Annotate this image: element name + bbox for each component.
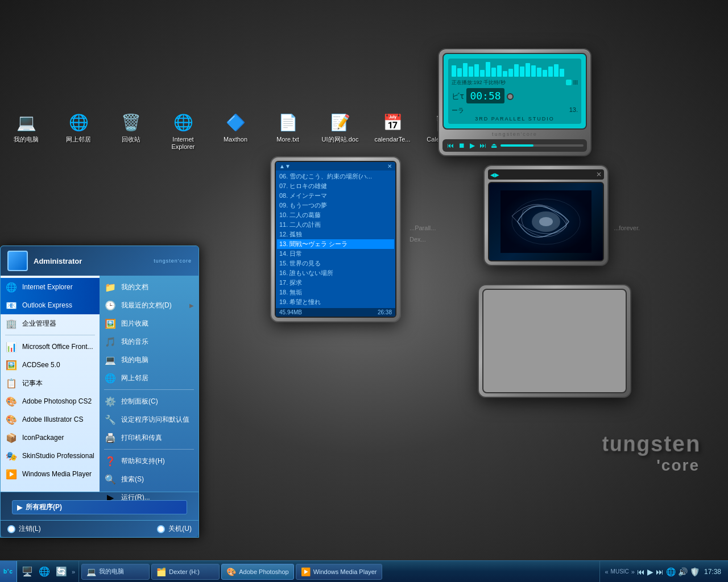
media-player-widget[interactable]: 正在播放:192 千比特/秒 III ビτ 00:58 ーラ 13. bbox=[438, 48, 592, 156]
play-btn[interactable]: ▶ bbox=[469, 141, 476, 150]
playlist-item[interactable]: 11. 二人の計画 bbox=[277, 220, 394, 230]
menu-divider bbox=[5, 335, 95, 335]
taskbar-items: 💻 我的电脑 🗂️ Dexter (H:) 🎨 Adobe Photoshop … bbox=[79, 561, 599, 582]
taskbar: b'c 🖥️ 🌐 🔄 » 💻 我的电脑 🗂️ Dexter (H:) 🎨 Ado… bbox=[0, 560, 728, 582]
playlist-item[interactable]: 17. 探求 bbox=[277, 278, 394, 288]
shutdown-btn[interactable]: 关机(U) bbox=[157, 524, 192, 534]
media-control-play[interactable]: ▶ bbox=[647, 567, 653, 576]
right-menu-icon-control-panel: ⚙️ bbox=[104, 395, 117, 408]
taskbar-item-wmp-tb[interactable]: ▶️ Windows Media Player bbox=[296, 564, 382, 580]
start-menu-right-item-printers[interactable]: 🖨️ 打印机和传真 bbox=[100, 429, 198, 447]
icon-label-more-txt: More.txt bbox=[276, 136, 299, 143]
start-menu-right-item-pictures[interactable]: 🖼️ 图片收藏 bbox=[100, 314, 198, 332]
start-menu-item-skinstudio[interactable]: 🎭 SkinStudio Professional bbox=[1, 447, 100, 465]
playlist-item[interactable]: 16. 誰もいない場所 bbox=[277, 268, 394, 278]
start-menu-right-item-music[interactable]: 🎵 我的音乐 bbox=[100, 332, 198, 351]
start-menu-right-item-help[interactable]: ❓ 帮助和支持(H) bbox=[100, 452, 198, 470]
desktop-icon-network[interactable]: 🌐 网上邻居 bbox=[58, 111, 99, 143]
icon-img-network: 🌐 bbox=[67, 111, 90, 134]
bg-text-forever: ...forever. bbox=[614, 225, 640, 231]
playlist-item[interactable]: 06. 雪のむこう、約束の場所(ハ... bbox=[277, 172, 394, 181]
menu-label-iconpackager: IconPackager bbox=[22, 434, 64, 442]
right-menu-divider bbox=[104, 389, 194, 390]
desktop-icon-more-txt[interactable]: 📄 More.txt bbox=[267, 111, 308, 143]
playlist-widget[interactable]: ▲▼ ✕ 06. 雪のむこう、約束の場所(ハ...07. ヒロキの雄健08. メ… bbox=[270, 156, 401, 322]
playlist-item[interactable]: 13. 聞戦〜ヴェラ シーラ bbox=[277, 239, 394, 249]
playlist-item[interactable]: 14. 日常 bbox=[277, 249, 394, 259]
progress-track[interactable] bbox=[500, 144, 584, 147]
desktop-icon-calendar-te[interactable]: 📅 calendarTe... bbox=[372, 111, 413, 143]
icon-label-ui-doc: UI的网站.doc bbox=[322, 136, 359, 143]
right-menu-label-recent-docs: 我最近的文档(D) bbox=[121, 301, 172, 309]
show-desktop-btn[interactable]: 🖥️ bbox=[19, 564, 35, 580]
video-screen bbox=[488, 182, 604, 261]
quick-media-btn[interactable]: 🔄 bbox=[53, 564, 69, 580]
playlist-item[interactable]: 19. 希望と憧れ bbox=[277, 297, 394, 307]
right-menu-icon-set-access: 🔧 bbox=[104, 413, 117, 426]
bg-text-parallel: ...Parall... bbox=[410, 225, 436, 231]
taskbar-item-icon-wmp-tb: ▶️ bbox=[301, 567, 311, 576]
playlist-item[interactable]: 10. 二人の葛藤 bbox=[277, 210, 394, 220]
desktop-icon-ui-doc[interactable]: 📝 UI的网站.doc bbox=[320, 111, 361, 143]
next-btn[interactable]: ⏭ bbox=[478, 141, 487, 150]
taskbar-item-icon-photoshop-tb: 🎨 bbox=[226, 567, 236, 576]
start-menu-item-illustrator[interactable]: 🎨 Adobe Illustrator CS bbox=[1, 410, 100, 429]
playlist-item[interactable]: 07. ヒロキの雄健 bbox=[277, 181, 394, 191]
playlist-item[interactable]: 09. もう一つの夢 bbox=[277, 201, 394, 210]
media-control-next[interactable]: ⏭ bbox=[656, 567, 664, 576]
desktop-icon-recycle[interactable]: 🗑️ 回收站 bbox=[110, 111, 151, 143]
taskbar-item-dexter-tb[interactable]: 🗂️ Dexter (H:) bbox=[151, 564, 220, 580]
media-control-prev[interactable]: ⏮ bbox=[637, 567, 645, 576]
prev-btn[interactable]: ⏮ bbox=[446, 141, 455, 150]
quick-ie-btn[interactable]: 🌐 bbox=[36, 564, 52, 580]
start-menu-item-media-player[interactable]: ▶️ Windows Media Player bbox=[1, 465, 100, 483]
start-menu-right-item-recent-docs[interactable]: 🕒 我最近的文档(D) ▶ bbox=[100, 296, 198, 314]
playlist-item[interactable]: 15. 世界の見る bbox=[277, 259, 394, 268]
tray-shield[interactable]: 🛡️ bbox=[690, 567, 700, 576]
start-menu-item-biz-mgr[interactable]: 🏢 企业管理器 bbox=[1, 314, 100, 332]
start-menu-right-item-computer[interactable]: 💻 我的电脑 bbox=[100, 351, 198, 369]
desktop-icon-my-computer[interactable]: 💻 我的电脑 bbox=[6, 111, 47, 143]
start-button[interactable]: b'c bbox=[0, 561, 17, 582]
playlist-item[interactable]: 12. 孤独 bbox=[277, 230, 394, 239]
taskbar-item-my-computer-tb[interactable]: 💻 我的电脑 bbox=[81, 564, 150, 580]
start-menu-right-item-set-access[interactable]: 🔧 设定程序访问和默认值 bbox=[100, 410, 198, 429]
start-logo: b'c bbox=[3, 568, 13, 575]
system-clock: 17:38 bbox=[702, 568, 723, 576]
start-menu-item-iconpackager[interactable]: 📦 IconPackager bbox=[1, 429, 100, 447]
start-menu-right-item-network-nbr[interactable]: 🌐 网上邻居 bbox=[100, 369, 198, 387]
desktop-icon-ie[interactable]: 🌐 Internet Explorer bbox=[163, 111, 204, 151]
taskbar-item-icon-my-computer-tb: 💻 bbox=[86, 567, 96, 576]
menu-label-illustrator: Adobe Illustrator CS bbox=[22, 415, 83, 423]
svg-point-3 bbox=[539, 217, 553, 226]
video-placeholder bbox=[489, 183, 603, 260]
start-menu-right-item-control-panel[interactable]: ⚙️ 控制面板(C) bbox=[100, 392, 198, 410]
shutdown-label: 关机(U) bbox=[168, 524, 192, 534]
menu-label-acdsee: ACDSee 5.0 bbox=[22, 361, 60, 369]
eject-btn[interactable]: ⏏ bbox=[490, 141, 498, 150]
start-menu-item-acdsee[interactable]: 🖼️ ACDSee 5.0 bbox=[1, 356, 100, 374]
playlist-item[interactable]: 08. メインテーマ bbox=[277, 191, 394, 201]
start-menu-item-outlook[interactable]: 📧 Outlook Express bbox=[1, 296, 100, 314]
start-menu-item-ms-office[interactable]: 📊 Microsoft Office Front... bbox=[1, 338, 100, 356]
start-menu-item-ie-app[interactable]: 🌐 Internet Explorer bbox=[1, 278, 100, 296]
bg-text-dex: Dex... bbox=[410, 236, 426, 243]
logout-btn[interactable]: 注销(L) bbox=[7, 524, 41, 534]
media-controls[interactable]: ⏮ ⏹ ▶ ⏭ ⏏ bbox=[442, 139, 587, 152]
all-programs-btn[interactable]: ▶ 所有程序(P) bbox=[12, 500, 187, 514]
stop-btn[interactable]: ⏹ bbox=[457, 141, 466, 150]
playlist-item[interactable]: 18. 無垢 bbox=[277, 288, 394, 297]
desktop-icon-maxthon[interactable]: 🔷 Maxthon bbox=[215, 111, 256, 143]
start-menu-right-item-search[interactable]: 🔍 搜索(S) bbox=[100, 470, 198, 488]
tray-network[interactable]: 🌐 bbox=[666, 567, 676, 576]
video-widget[interactable]: ◀▶ ✕ bbox=[483, 165, 609, 266]
tray-separator: « bbox=[605, 568, 608, 575]
start-menu[interactable]: Administrator tungsten'core 🌐 Internet E… bbox=[0, 246, 199, 538]
video-controls-top[interactable]: ◀▶ ✕ bbox=[488, 169, 604, 180]
start-menu-right-item-my-docs[interactable]: 📁 我的文档 bbox=[100, 278, 198, 296]
start-menu-item-photoshop-cs2[interactable]: 🎨 Adobe Photoshop CS2 bbox=[1, 392, 100, 410]
start-menu-left-panel: 🌐 Internet Explorer 📧 Outlook Express 🏢 … bbox=[1, 276, 100, 492]
tray-volume[interactable]: 🔊 bbox=[678, 567, 688, 576]
start-menu-item-notepad[interactable]: 📋 记事本 bbox=[1, 374, 100, 392]
taskbar-item-photoshop-tb[interactable]: 🎨 Adobe Photoshop bbox=[221, 564, 293, 580]
